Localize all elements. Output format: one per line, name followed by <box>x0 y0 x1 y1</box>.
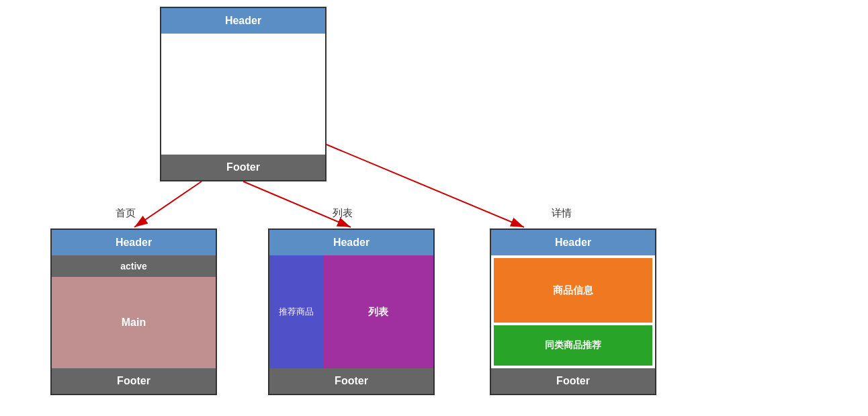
list-header: Header <box>269 230 433 255</box>
diagram-container: Header Footer 首页 列表 详情 Header active Mai… <box>0 0 868 416</box>
home-page-label: 首页 <box>116 207 136 220</box>
detail-body: 商品信息 同类商品推荐 <box>491 255 655 368</box>
list-page-label: 列表 <box>333 207 353 220</box>
svg-line-0 <box>134 181 202 227</box>
list-card: Header 推荐商品 列表 Footer <box>268 228 435 395</box>
list-main: 列表 <box>323 255 433 368</box>
svg-line-1 <box>243 181 351 227</box>
parent-body <box>161 34 325 155</box>
home-main: Main <box>52 277 216 368</box>
home-card: Header active Main Footer <box>50 228 217 395</box>
list-footer: Footer <box>269 368 433 394</box>
parent-header: Header <box>161 8 325 34</box>
home-header: Header <box>52 230 216 255</box>
detail-similar: 同类商品推荐 <box>494 325 652 366</box>
detail-footer: Footer <box>491 368 655 394</box>
detail-card: Header 商品信息 同类商品推荐 Footer <box>490 228 656 395</box>
parent-footer: Footer <box>161 155 325 180</box>
list-body: 推荐商品 列表 <box>269 255 433 368</box>
home-active-bar: active <box>52 255 216 277</box>
parent-card: Header Footer <box>160 7 327 181</box>
list-recommended: 推荐商品 <box>269 255 323 368</box>
detail-page-label: 详情 <box>552 207 572 220</box>
home-footer: Footer <box>52 368 216 394</box>
detail-product-info: 商品信息 <box>494 258 652 323</box>
detail-header: Header <box>491 230 655 255</box>
